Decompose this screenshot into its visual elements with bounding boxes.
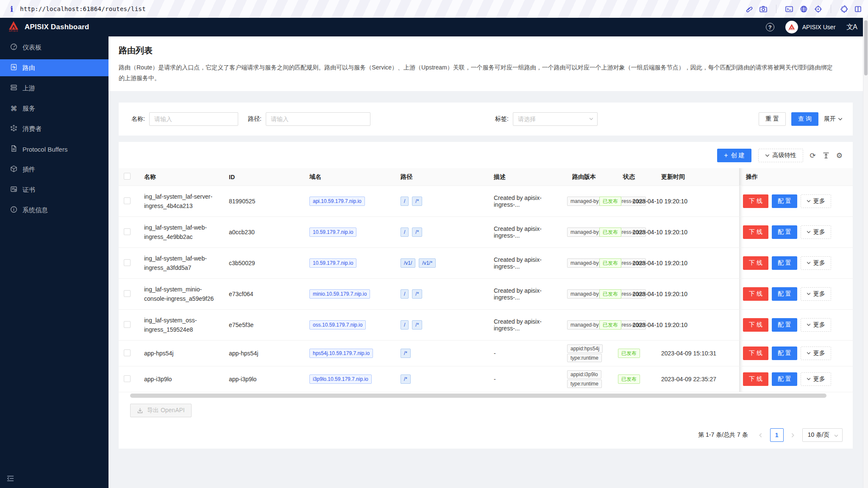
sidebar-item-protocol-buffers[interactable]: Protocol Buffers: [0, 141, 108, 158]
path-tag: /*: [412, 197, 422, 206]
export-openapi-label: 导出 OpenAPI: [147, 407, 185, 414]
camera-icon[interactable]: [759, 5, 768, 13]
row-checkbox[interactable]: [124, 290, 131, 297]
help-icon[interactable]: ?: [766, 23, 774, 31]
advanced-features-button[interactable]: 高级特性: [758, 149, 803, 162]
route-name: ing_laf-system_laf-server-ingress_4b4ca2…: [137, 186, 222, 217]
route-name: app-hps54j: [137, 341, 222, 366]
expand-toggle[interactable]: 展开: [824, 115, 843, 123]
sidebar-item-dashboard[interactable]: 仪表板: [0, 39, 108, 56]
status-badge: 已发布: [599, 258, 621, 268]
row-checkbox[interactable]: [124, 259, 131, 266]
reset-button[interactable]: 重 置: [759, 112, 786, 126]
sidebar-item-label: 消费者: [22, 125, 42, 133]
path-tag: /v1/: [401, 258, 415, 268]
terminal-icon[interactable]: [785, 5, 793, 13]
column-header-actions: 操作: [739, 168, 853, 186]
sidebar-item-upstream[interactable]: 上游: [0, 80, 108, 97]
export-openapi-button[interactable]: 导出 OpenAPI: [130, 404, 192, 417]
puzzle-icon[interactable]: [840, 5, 848, 13]
more-button[interactable]: 更多: [801, 194, 831, 208]
split-columns-icon[interactable]: [854, 5, 862, 13]
more-button[interactable]: 更多: [801, 318, 831, 332]
domain-tag: minio.10.59.179.7.nip.io: [309, 289, 370, 299]
row-checkbox[interactable]: [124, 349, 131, 356]
table-row: ing_laf-system_oss-ingress_159524e8 e75e…: [119, 310, 853, 341]
horizontal-scrollbar-thumb[interactable]: [130, 394, 826, 398]
browser-topbar: i http://localhost:61864/routes/list: [0, 0, 868, 18]
translate-icon[interactable]: 文A: [846, 23, 857, 32]
more-label: 更多: [813, 259, 825, 267]
crosshair-icon[interactable]: [814, 5, 822, 13]
configure-button[interactable]: 配 置: [772, 256, 797, 270]
prev-page-icon[interactable]: [755, 428, 767, 442]
row-checkbox[interactable]: [124, 375, 131, 382]
avatar: APISIX: [785, 21, 798, 33]
name-filter-input[interactable]: [149, 112, 238, 126]
more-label: 更多: [813, 349, 825, 357]
window-scrollbar-thumb[interactable]: [864, 20, 868, 75]
row-checkbox[interactable]: [124, 197, 131, 204]
sidebar-item-plugins[interactable]: 插件: [0, 161, 108, 178]
select-all-checkbox[interactable]: [124, 173, 131, 180]
page-size-select[interactable]: 10 条/页: [802, 428, 843, 442]
configure-button[interactable]: 配 置: [772, 372, 797, 386]
table-toolbar: + 创 建 高级特性 ⟳ ⚙: [119, 142, 853, 162]
create-button[interactable]: + 创 建: [717, 149, 751, 162]
row-checkbox[interactable]: [124, 321, 131, 328]
offline-button[interactable]: 下 线: [743, 287, 768, 301]
user-menu[interactable]: APISIX APISIX User: [785, 21, 836, 33]
configure-button[interactable]: 配 置: [772, 225, 797, 239]
path-filter-input[interactable]: [266, 112, 370, 126]
next-page-icon[interactable]: [787, 428, 799, 442]
offline-button[interactable]: 下 线: [743, 256, 768, 270]
column-header-id: ID: [222, 168, 303, 186]
configure-button[interactable]: 配 置: [772, 318, 797, 332]
configure-button[interactable]: 配 置: [772, 347, 797, 360]
more-button[interactable]: 更多: [801, 256, 831, 270]
tag-filter-select[interactable]: [513, 112, 598, 126]
route-description: Created by apisix-ingress-...: [487, 186, 565, 217]
page-description: 路由（Route）是请求的入口点，它定义了客户端请求与服务之间的匹配规则。路由可…: [119, 62, 835, 83]
table-header-row: 名称 ID 域名 路径 描述 路由版本 状态 更新时间 操作: [119, 168, 853, 186]
more-button[interactable]: 更多: [801, 287, 831, 301]
more-button[interactable]: 更多: [801, 372, 831, 386]
sidebar-item-consumers[interactable]: 消费者: [0, 120, 108, 137]
row-checkbox[interactable]: [124, 228, 131, 235]
expand-label: 展开: [824, 115, 836, 123]
more-label: 更多: [813, 321, 825, 329]
sidebar-item-services[interactable]: ⌘ 服务: [0, 100, 108, 117]
offline-button[interactable]: 下 线: [743, 225, 768, 239]
updated-time: 2023-04-10 19:20:10: [632, 260, 687, 266]
gear-icon[interactable]: ⚙: [836, 152, 843, 159]
offline-button[interactable]: 下 线: [743, 318, 768, 332]
avatar-wordmark: APISIX: [788, 29, 795, 31]
sidebar-item-routes[interactable]: 路由: [0, 59, 108, 76]
route-description: Created by apisix-ingress-...: [487, 217, 565, 248]
configure-button[interactable]: 配 置: [772, 287, 797, 301]
sidebar-item-certificates[interactable]: 证书: [0, 181, 108, 198]
sidebar-item-system-info[interactable]: 系统信息: [0, 202, 108, 219]
more-label: 更多: [813, 375, 825, 383]
offline-button[interactable]: 下 线: [743, 194, 768, 208]
more-button[interactable]: 更多: [801, 347, 831, 360]
offline-button[interactable]: 下 线: [743, 372, 768, 386]
link-icon[interactable]: [745, 5, 753, 13]
apisix-logo-icon: APISIX: [8, 21, 19, 33]
route-id: e75e5f3e: [222, 310, 303, 341]
sidebar-collapse-icon[interactable]: [7, 475, 14, 483]
column-header-description: 描述: [487, 168, 565, 186]
updated-time: 2023-04-10 19:20:10: [632, 322, 687, 328]
globe-icon[interactable]: [800, 5, 808, 13]
density-icon[interactable]: [823, 152, 829, 159]
domain-tag: 10.59.179.7.nip.io: [309, 258, 356, 268]
configure-button[interactable]: 配 置: [772, 194, 797, 208]
page-number-1[interactable]: 1: [770, 428, 784, 442]
window-scrollbar: [863, 18, 868, 488]
route-description: Created by apisix-ingress-...: [487, 310, 565, 341]
offline-button[interactable]: 下 线: [743, 347, 768, 360]
refresh-icon[interactable]: ⟳: [810, 152, 816, 159]
more-button[interactable]: 更多: [801, 225, 831, 239]
chevron-down-icon: [807, 261, 811, 265]
query-button[interactable]: 查 询: [791, 112, 818, 126]
